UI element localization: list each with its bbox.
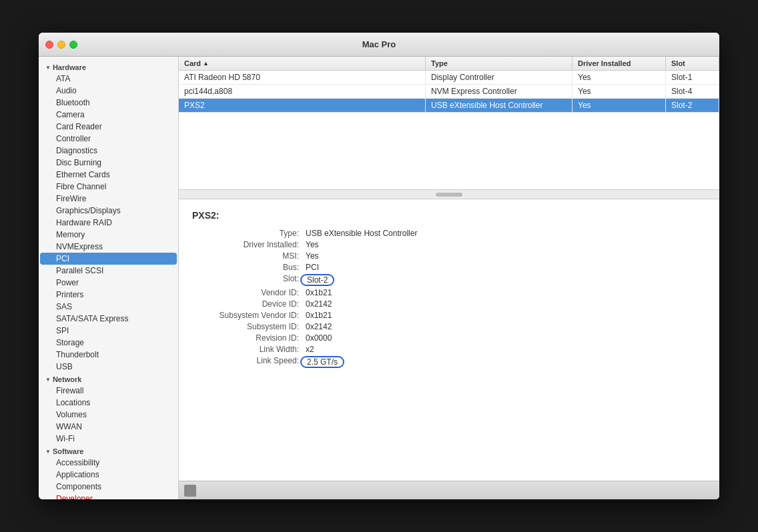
sidebar-item-usb[interactable]: USB <box>40 361 177 373</box>
sort-icon: ▲ <box>203 60 209 67</box>
detail-value: 0x1b21 <box>306 288 332 297</box>
detail-label: Bus: <box>192 263 306 272</box>
sidebar-item-sata[interactable]: SATA/SATA Express <box>40 313 177 325</box>
detail-row-driver: Driver Installed: Yes <box>192 240 706 249</box>
sidebar-item-components[interactable]: Components <box>40 481 177 493</box>
hardware-triangle-icon: ▼ <box>45 65 51 71</box>
sidebar-item-sas[interactable]: SAS <box>40 301 177 313</box>
sidebar-item-applications[interactable]: Applications <box>40 469 177 481</box>
detail-row-revision-id: Revision ID: 0x0000 <box>192 333 706 343</box>
col-card[interactable]: Card ▲ <box>179 57 426 70</box>
sidebar-item-controller[interactable]: Controller <box>40 133 177 145</box>
table-row[interactable]: ATI Radeon HD 5870 Display Controller Ye… <box>179 71 719 85</box>
detail-row-msi: MSI: Yes <box>192 251 706 261</box>
cell-driver-3: Yes <box>573 99 666 112</box>
detail-label: Link Speed: <box>192 356 306 368</box>
detail-label: Driver Installed: <box>192 240 306 249</box>
sidebar-group-hardware: ▼ Hardware <box>39 61 178 73</box>
sidebar-item-card-reader[interactable]: Card Reader <box>40 121 177 133</box>
titlebar: Mac Pro <box>39 33 719 57</box>
hardware-group-label: Hardware <box>53 63 86 71</box>
cell-type-1: Display Controller <box>426 71 573 84</box>
window-title: Mac Pro <box>362 39 396 49</box>
resize-divider[interactable] <box>179 190 719 199</box>
maximize-button[interactable] <box>69 41 77 49</box>
sidebar-item-power[interactable]: Power <box>40 277 177 289</box>
sidebar-item-memory[interactable]: Memory <box>40 229 177 241</box>
detail-row-subsys-id: Subsystem ID: 0x2142 <box>192 322 706 331</box>
detail-label: Link Width: <box>192 345 306 354</box>
main-panel: Card ▲ Type Driver Installed Slot ATI <box>179 57 719 499</box>
sidebar-item-accessibility[interactable]: Accessibility <box>40 457 177 469</box>
sidebar-item-bluetooth[interactable]: Bluetooth <box>40 97 177 109</box>
content-area: ▼ Hardware ATA Audio Bluetooth Camera Ca… <box>39 57 719 499</box>
sidebar-item-volumes[interactable]: Volumes <box>40 409 177 421</box>
detail-value: PCI <box>306 263 319 272</box>
detail-value: Yes <box>306 251 319 261</box>
sidebar-item-firewall[interactable]: Firewall <box>40 385 177 397</box>
table-row[interactable]: pci144d,a808 NVM Express Controller Yes … <box>179 85 719 99</box>
sidebar-item-printers[interactable]: Printers <box>40 289 177 301</box>
detail-value-slot: Slot-2 <box>300 274 334 286</box>
detail-label: Subsystem ID: <box>192 322 306 331</box>
sidebar-item-hardware-raid[interactable]: Hardware RAID <box>40 217 177 229</box>
sidebar: ▼ Hardware ATA Audio Bluetooth Camera Ca… <box>39 57 179 499</box>
col-slot-label: Slot <box>671 59 685 67</box>
sidebar-item-nvmexpress[interactable]: NVMExpress <box>40 241 177 253</box>
sidebar-item-fibre-channel[interactable]: Fibre Channel <box>40 181 177 193</box>
sidebar-item-wwan[interactable]: WWAN <box>40 421 177 433</box>
sidebar-item-wifi[interactable]: Wi-Fi <box>40 433 177 445</box>
cell-slot-2: Slot-4 <box>666 85 719 98</box>
col-driver[interactable]: Driver Installed <box>573 57 666 70</box>
sidebar-item-thunderbolt[interactable]: Thunderbolt <box>40 349 177 361</box>
software-triangle-icon: ▼ <box>45 449 51 455</box>
sidebar-item-firewire[interactable]: FireWire <box>40 193 177 205</box>
col-driver-label: Driver Installed <box>578 59 631 67</box>
sidebar-item-graphics-displays[interactable]: Graphics/Displays <box>40 205 177 217</box>
detail-row-link-width: Link Width: x2 <box>192 345 706 354</box>
detail-label: Revision ID: <box>192 333 306 343</box>
detail-row-slot: Slot: Slot-2 <box>192 274 706 286</box>
cell-type-3: USB eXtensible Host Controller <box>426 99 573 112</box>
sidebar-item-camera[interactable]: Camera <box>40 109 177 121</box>
sidebar-item-diagnostics[interactable]: Diagnostics <box>40 145 177 157</box>
sidebar-item-disc-burning[interactable]: Disc Burning <box>40 157 177 169</box>
detail-label: Device ID: <box>192 299 306 309</box>
detail-value: USB eXtensible Host Controller <box>306 229 417 238</box>
col-type[interactable]: Type <box>426 57 573 70</box>
sidebar-item-pci[interactable]: PCI <box>40 253 177 265</box>
detail-row-subsys-vendor: Subsystem Vendor ID: 0x1b21 <box>192 311 706 320</box>
col-slot[interactable]: Slot <box>666 57 719 70</box>
divider-handle-icon <box>436 193 462 197</box>
sidebar-item-parallel-scsi[interactable]: Parallel SCSI <box>40 265 177 277</box>
detail-value: Yes <box>306 240 319 249</box>
sidebar-item-audio[interactable]: Audio <box>40 85 177 97</box>
detail-label: MSI: <box>192 251 306 261</box>
network-triangle-icon: ▼ <box>45 377 51 383</box>
detail-label: Type: <box>192 229 306 238</box>
sidebar-item-developer[interactable]: Developer <box>40 493 177 499</box>
table-row[interactable]: PXS2 USB eXtensible Host Controller Yes … <box>179 99 719 113</box>
main-window: Mac Pro ▼ Hardware ATA Audio Bluetooth C… <box>39 33 719 499</box>
cell-type-2: NVM Express Controller <box>426 85 573 98</box>
close-button[interactable] <box>45 41 53 49</box>
detail-value: 0x0000 <box>306 333 332 343</box>
sidebar-item-locations[interactable]: Locations <box>40 397 177 409</box>
cell-slot-1: Slot-1 <box>666 71 719 84</box>
sidebar-item-ethernet-cards[interactable]: Ethernet Cards <box>40 169 177 181</box>
sidebar-item-ata[interactable]: ATA <box>40 73 177 85</box>
detail-value: 0x1b21 <box>306 311 332 320</box>
software-group-label: Software <box>53 447 83 455</box>
statusbar <box>179 481 719 499</box>
sidebar-group-network: ▼ Network <box>39 373 178 385</box>
minimize-button[interactable] <box>57 41 65 49</box>
detail-label: Slot: <box>192 274 306 286</box>
sidebar-item-storage[interactable]: Storage <box>40 337 177 349</box>
detail-title: PXS2: <box>192 210 706 221</box>
detail-label: Vendor ID: <box>192 288 306 297</box>
detail-value: 0x2142 <box>306 322 332 331</box>
sidebar-item-spi[interactable]: SPI <box>40 325 177 337</box>
cell-card-1: ATI Radeon HD 5870 <box>179 71 426 84</box>
detail-value: x2 <box>306 345 314 354</box>
cell-driver-1: Yes <box>573 71 666 84</box>
